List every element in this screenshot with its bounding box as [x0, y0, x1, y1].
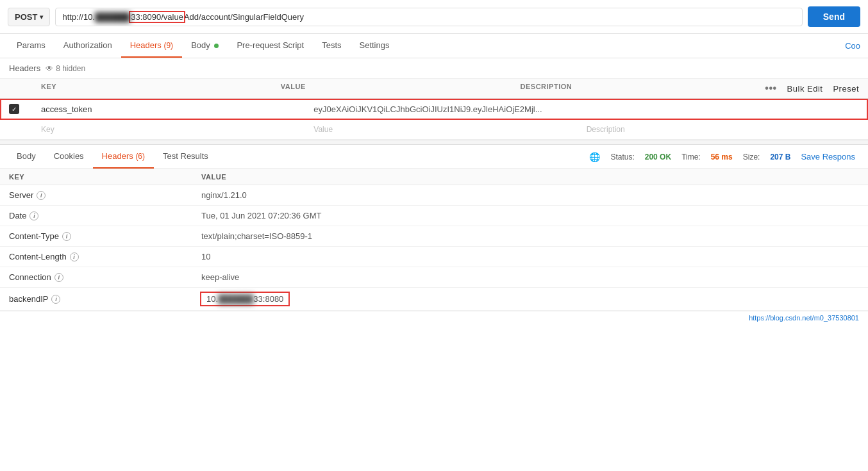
tab-response-cookies[interactable]: Cookies — [45, 145, 93, 169]
backendip-blurred: ██████ — [218, 294, 253, 304]
resp-val-server: nginx/1.21.0 — [201, 190, 859, 200]
tab-tests[interactable]: Tests — [313, 34, 350, 58]
size-value: 207 B — [770, 153, 790, 161]
response-tabs: Body Cookies Headers (6) Test Results 🌐 … — [0, 145, 868, 169]
eye-icon: 👁 — [46, 64, 53, 73]
row-value[interactable]: eyJ0eXAiOiJKV1QiLCJhbGciOiJIUzI1NiJ9.eyJ… — [313, 104, 586, 114]
info-icon: i — [29, 211, 38, 220]
resp-key-connection: Connection i — [9, 272, 201, 282]
resp-key-label: Content-Length — [9, 252, 67, 261]
status-label: Status: — [610, 153, 634, 161]
resp-val-date: Tue, 01 Jun 2021 07:20:36 GMT — [201, 211, 859, 220]
more-icon[interactable]: ••• — [765, 83, 776, 94]
empty-description[interactable]: Description — [587, 125, 859, 134]
empty-value[interactable]: Value — [313, 125, 586, 134]
size-label: Size: — [743, 153, 760, 161]
resp-key-date: Date i — [9, 211, 201, 220]
tab-authorization[interactable]: Authorization — [54, 34, 121, 58]
table-actions: ••• Bulk Edit Preset — [765, 83, 859, 94]
resp-col-value: VALUE — [201, 173, 859, 181]
resp-col-key: KEY — [9, 173, 201, 181]
resp-key-label: Date — [9, 211, 26, 220]
backendip-suffix: 33:8080 — [253, 294, 283, 304]
resp-key-label: Server — [9, 190, 33, 200]
url-suffix: Add/account/SingularFieldQuery — [184, 12, 304, 22]
tab-response-headers-badge: (6) — [135, 152, 145, 161]
save-response-button[interactable]: Save Respons — [801, 152, 855, 161]
tab-body[interactable]: Body — [182, 34, 228, 58]
info-icon: i — [51, 295, 60, 304]
info-icon: i — [37, 191, 46, 200]
method-select[interactable]: POST ▾ — [8, 8, 50, 26]
hidden-badge: 👁 8 hidden — [46, 64, 85, 73]
col-check — [9, 83, 41, 94]
table-row: ✓ access_token eyJ0eXAiOiJKV1QiLCJhbGciO… — [0, 99, 868, 120]
headers-label: Headers — [9, 63, 40, 73]
url-bar: POST ▾ http://10.██████33:8090/valueAdd/… — [0, 0, 868, 34]
url-input[interactable]: http://10.██████33:8090/valueAdd/account… — [55, 8, 802, 26]
response-row-contenttype: Content-Type i text/plain;charset=ISO-88… — [0, 226, 868, 247]
hidden-count: 8 hidden — [56, 64, 85, 73]
status-value: 200 OK — [645, 153, 671, 161]
response-row-server: Server i nginx/1.21.0 — [0, 185, 868, 206]
footer-link[interactable]: https://blog.csdn.net/m0_37530801 — [0, 311, 868, 324]
resp-key-label: Connection — [9, 272, 51, 282]
tab-response-headers[interactable]: Headers (6) — [93, 145, 154, 169]
tab-prerequest[interactable]: Pre-request Script — [228, 34, 313, 58]
resp-key-label: backendIP — [9, 294, 48, 304]
tab-headers-badge: (9) — [163, 41, 173, 50]
cookies-link[interactable]: Coo — [845, 41, 860, 51]
chevron-down-icon: ▾ — [40, 13, 43, 21]
tab-response-headers-label: Headers — [102, 151, 133, 161]
response-table-header: KEY VALUE — [0, 169, 868, 185]
time-value: 56 ms — [711, 153, 733, 161]
request-tabs: Params Authorization Headers (9) Body Pr… — [0, 34, 868, 58]
tab-test-results[interactable]: Test Results — [154, 145, 217, 169]
backendip-prefix: 10. — [206, 294, 218, 304]
col-key: KEY — [41, 83, 281, 94]
empty-key[interactable]: Key — [41, 125, 313, 134]
checkbox-icon: ✓ — [9, 104, 19, 114]
col-description: DESCRIPTION — [521, 83, 760, 94]
resp-val-contentlength: 10 — [201, 252, 859, 261]
resp-key-server: Server i — [9, 190, 201, 200]
resp-key-contentlength: Content-Length i — [9, 252, 201, 261]
send-button[interactable]: Send — [808, 6, 860, 27]
tab-params[interactable]: Params — [8, 34, 54, 58]
globe-icon: 🌐 — [589, 152, 600, 162]
response-row-contentlength: Content-Length i 10 — [0, 247, 868, 267]
bulk-edit-button[interactable]: Bulk Edit — [787, 84, 823, 94]
url-blurred: ██████ — [95, 12, 130, 22]
resp-val-backendip: 10.██████33:8080 — [201, 293, 859, 305]
method-label: POST — [15, 12, 37, 22]
empty-row: Key Value Description — [0, 120, 868, 140]
resp-key-backendip: backendIP i — [9, 294, 201, 304]
info-icon: i — [70, 252, 79, 261]
info-icon: i — [62, 232, 71, 241]
row-checkbox[interactable]: ✓ — [9, 104, 41, 114]
info-icon: i — [54, 273, 63, 282]
response-row-backendip: backendIP i 10.██████33:8080 — [0, 288, 868, 311]
tab-body-label: Body — [191, 40, 210, 50]
tab-settings[interactable]: Settings — [351, 34, 399, 58]
response-status: 🌐 Status: 200 OK Time: 56 ms Size: 207 B… — [589, 152, 860, 162]
url-prefix: http://10. — [62, 12, 95, 22]
response-row-connection: Connection i keep-alive — [0, 267, 868, 288]
response-row-date: Date i Tue, 01 Jun 2021 07:20:36 GMT — [0, 206, 868, 226]
section-divider — [0, 140, 868, 145]
request-table-header: KEY VALUE DESCRIPTION ••• Bulk Edit Pres… — [0, 79, 868, 99]
resp-val-contenttype: text/plain;charset=ISO-8859-1 — [201, 231, 859, 241]
tab-headers[interactable]: Headers (9) — [121, 34, 182, 58]
tab-response-body[interactable]: Body — [8, 145, 45, 169]
body-dot-icon — [214, 44, 219, 48]
col-value: VALUE — [281, 83, 521, 94]
url-middle: 33:8090/value — [130, 12, 184, 22]
resp-val-connection: keep-alive — [201, 272, 859, 282]
preset-button[interactable]: Preset — [833, 84, 859, 94]
row-key[interactable]: access_token — [41, 104, 313, 114]
tab-headers-label: Headers — [130, 40, 162, 50]
resp-key-contenttype: Content-Type i — [9, 231, 201, 241]
time-label: Time: — [681, 153, 701, 161]
resp-key-label: Content-Type — [9, 231, 59, 241]
headers-section-bar: Headers 👁 8 hidden — [0, 58, 868, 79]
